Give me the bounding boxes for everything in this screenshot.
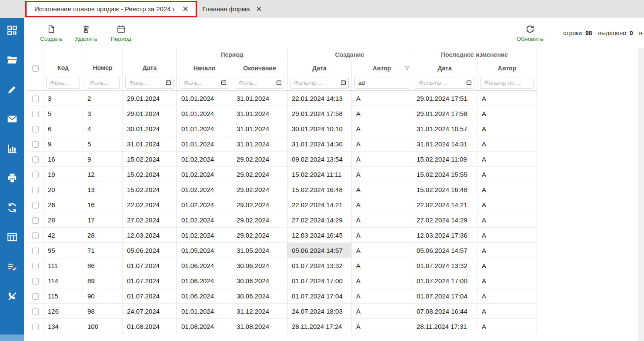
table-cell[interactable]: 29.01.2024 xyxy=(123,91,177,106)
table-cell[interactable]: 17 xyxy=(83,212,123,228)
column-header-created-date[interactable]: Дата xyxy=(287,61,352,75)
qr-code-icon[interactable] xyxy=(7,25,18,36)
table-cell[interactable]: 01.07.2024 13:32 xyxy=(287,258,352,273)
table-cell[interactable]: 09.02.2024 13:54 xyxy=(287,152,352,167)
table-cell[interactable]: 29.02.2024 xyxy=(232,197,287,212)
folder-icon[interactable] xyxy=(7,54,18,66)
table-cell[interactable]: 115 xyxy=(43,288,83,304)
table-cell[interactable]: 3 xyxy=(83,106,123,121)
table-row[interactable]: 1118601.07.202401.06.202430.06.202401.07… xyxy=(27,258,537,273)
table-row[interactable]: 422812.03.202401.02.202429.02.202412.03.… xyxy=(27,228,537,243)
table-row[interactable]: 1159001.07.202401.06.202430.06.202401.07… xyxy=(27,288,537,304)
table-cell[interactable]: A xyxy=(352,212,412,228)
delete-button[interactable]: Удалить xyxy=(74,24,98,42)
create-button[interactable]: Создать xyxy=(40,24,63,42)
table-cell[interactable]: 19 xyxy=(43,167,83,182)
table-cell[interactable]: 15.02.2024 xyxy=(123,167,177,182)
column-header-date[interactable]: Дата xyxy=(123,48,177,75)
table-cell[interactable]: A xyxy=(477,91,537,106)
table-cell[interactable]: 98 xyxy=(83,304,123,319)
table-cell[interactable]: A xyxy=(477,243,537,258)
table-cell[interactable]: 29.02.2024 xyxy=(232,212,287,228)
table-cell[interactable]: 5 xyxy=(83,136,123,152)
table-cell[interactable]: A xyxy=(352,91,412,106)
table-cell[interactable]: 31.01.2024 xyxy=(232,106,287,121)
filter-input[interactable] xyxy=(354,77,409,89)
row-checkbox[interactable] xyxy=(32,293,39,300)
table-cell[interactable]: 30.01.2024 10:10 xyxy=(287,121,352,136)
select-all-checkbox[interactable] xyxy=(32,65,39,72)
table-cell[interactable]: 30.06.2024 xyxy=(232,288,287,304)
table-cell[interactable]: A xyxy=(352,197,412,212)
table-cell[interactable]: 01.07.2024 xyxy=(123,273,177,288)
bar-chart-icon[interactable] xyxy=(7,143,18,154)
table-cell[interactable]: 31.01.2024 14:31 xyxy=(412,136,477,152)
table-cell[interactable]: 13 xyxy=(83,182,123,197)
table-cell[interactable]: 90 xyxy=(83,288,123,304)
column-header-changed-author[interactable]: Автор xyxy=(477,61,537,75)
table-cell[interactable]: 05.06.2024 14:57 xyxy=(287,243,352,258)
table-cell[interactable]: A xyxy=(477,258,537,273)
table-cell[interactable]: 134 xyxy=(43,319,83,334)
row-checkbox[interactable] xyxy=(32,278,39,285)
table-row[interactable]: 261622.02.202401.02.202429.02.202422.02.… xyxy=(27,197,537,212)
table-cell[interactable]: A xyxy=(477,106,537,121)
table-cell[interactable]: 20 xyxy=(43,182,83,197)
table-cell[interactable]: 05.06.2024 xyxy=(123,243,177,258)
table-cell[interactable]: 15.02.2024 16:48 xyxy=(412,182,477,197)
table-cell[interactable]: 12 xyxy=(83,167,123,182)
table-cell[interactable]: 9 xyxy=(43,136,83,152)
table-cell[interactable]: A xyxy=(352,319,412,334)
table-cell[interactable]: 30.01.2024 xyxy=(123,121,177,136)
table-cell[interactable]: A xyxy=(477,167,537,182)
table-cell[interactable]: 12.03.2024 16:45 xyxy=(287,228,352,243)
table-cell[interactable]: A xyxy=(352,258,412,273)
table-cell[interactable]: 15.02.2024 15:55 xyxy=(412,167,477,182)
table-cell[interactable]: 24.07.2024 18:03 xyxy=(287,304,352,319)
table-cell[interactable]: 31.01.2024 14:30 xyxy=(287,136,352,152)
table-cell[interactable]: 28.11.2024 17:24 xyxy=(287,319,352,334)
table-cell[interactable]: A xyxy=(352,304,412,319)
table-cell[interactable]: 29.02.2024 xyxy=(232,182,287,197)
calendar-icon[interactable] xyxy=(340,80,346,86)
table-cell[interactable]: 01.07.2024 xyxy=(123,288,177,304)
table-cell[interactable]: 28.11.2024 17:31 xyxy=(412,319,477,334)
row-checkbox[interactable] xyxy=(32,308,39,315)
table-row[interactable]: 9531.01.202401.01.202431.01.202431.01.20… xyxy=(27,136,537,152)
table-cell[interactable]: 15.02.2024 11:09 xyxy=(412,152,477,167)
table-cell[interactable]: 01.02.2024 xyxy=(177,182,232,197)
table-cell[interactable]: 29.01.2024 xyxy=(123,106,177,121)
table-cell[interactable]: 01.02.2024 xyxy=(177,152,232,167)
table-cell[interactable]: 22.02.2024 14:21 xyxy=(287,197,352,212)
table-cell[interactable]: 31.01.2024 xyxy=(232,136,287,152)
table-cell[interactable]: 31.01.2024 xyxy=(232,121,287,136)
table-cell[interactable]: 28 xyxy=(43,212,83,228)
table-cell[interactable]: 2 xyxy=(83,91,123,106)
close-icon[interactable] xyxy=(257,7,261,11)
table-row[interactable]: 1148901.07.202401.06.202430.06.202401.07… xyxy=(27,273,537,288)
table-row[interactable]: 957105.06.202401.05.202431.05.202405.06.… xyxy=(27,243,537,258)
table-cell[interactable]: 27.02.2024 xyxy=(123,212,177,228)
row-checkbox[interactable] xyxy=(32,156,39,163)
table-cell[interactable]: A xyxy=(477,182,537,197)
period-button[interactable]: Период xyxy=(109,24,133,42)
table-cell[interactable]: 01.02.2024 xyxy=(177,197,232,212)
filter-input[interactable] xyxy=(86,77,120,89)
table-cell[interactable]: 31.01.2024 xyxy=(232,91,287,106)
column-header-number[interactable]: Номер xyxy=(83,48,123,75)
table-cell[interactable]: A xyxy=(477,197,537,212)
sidebar-scroll-thumb[interactable] xyxy=(0,334,24,341)
table-row[interactable]: 5329.01.202401.01.202431.01.202429.01.20… xyxy=(27,106,537,121)
row-checkbox[interactable] xyxy=(32,202,39,209)
table-cell[interactable]: 27.02.2024 14:29 xyxy=(287,212,352,228)
mail-icon[interactable] xyxy=(7,113,18,125)
table-cell[interactable]: 31.01.2024 10:57 xyxy=(412,121,477,136)
filter-input[interactable] xyxy=(290,77,349,89)
table-cell[interactable]: 31.08.2024 xyxy=(232,319,287,334)
table-cell[interactable]: 12.03.2024 17:36 xyxy=(412,228,477,243)
table-cell[interactable]: 05.06.2024 14:57 xyxy=(412,243,477,258)
calendar-icon[interactable] xyxy=(166,80,171,86)
table-cell[interactable]: 01.08.2024 xyxy=(123,319,177,334)
table-cell[interactable]: A xyxy=(477,319,537,334)
table-cell[interactable]: 16 xyxy=(43,152,83,167)
